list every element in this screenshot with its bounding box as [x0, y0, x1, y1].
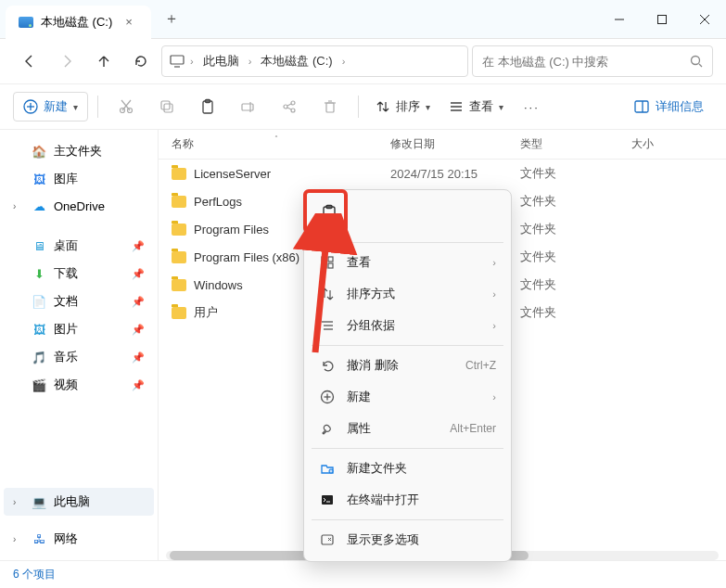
svg-rect-16: [164, 104, 172, 112]
more-button[interactable]: ···: [515, 95, 549, 120]
tab-active[interactable]: 本地磁盘 (C:) ×: [6, 6, 151, 39]
file-name: Windows: [194, 278, 243, 292]
document-icon: 📄: [32, 294, 46, 309]
menu-item-new[interactable]: 新建›: [310, 381, 505, 413]
folder-icon: [172, 307, 186, 319]
sidebar-item-music[interactable]: 🎵音乐📌: [4, 343, 154, 371]
chevron-right-icon: ›: [492, 320, 496, 331]
refresh-button[interactable]: [124, 45, 158, 78]
menu-item-properties[interactable]: 属性Alt+Enter: [310, 413, 505, 444]
sidebar-item-desktop[interactable]: 🖥桌面📌: [4, 232, 154, 260]
up-button[interactable]: [87, 45, 121, 78]
status-bar: 6 个项目: [0, 560, 726, 588]
menu-item-undo[interactable]: 撤消 删除Ctrl+Z: [310, 350, 505, 381]
gallery-icon: 🖼: [32, 172, 46, 186]
menu-label: 新建: [347, 389, 371, 405]
menu-label: 排序方式: [347, 286, 395, 302]
sidebar-item-label: 图库: [54, 171, 78, 187]
breadcrumb-item[interactable]: 本地磁盘 (C:): [257, 51, 336, 71]
context-menu: 查看› 排序方式› 分组依据› 撤消 删除Ctrl+Z 新建› 属性Alt+En…: [303, 189, 512, 562]
menu-label: 分组依据: [347, 317, 395, 334]
sidebar-item-label: 图片: [54, 321, 78, 338]
back-button[interactable]: [13, 45, 46, 78]
chevron-right-icon[interactable]: ›: [13, 534, 24, 544]
separator: [312, 345, 503, 346]
sidebar-item-documents[interactable]: 📄文档📌: [4, 288, 154, 315]
svg-rect-26: [326, 103, 334, 112]
sidebar-item-home[interactable]: 🏠主文件夹: [4, 137, 154, 165]
menu-label: 新建文件夹: [347, 460, 407, 477]
network-icon: 🖧: [32, 531, 46, 546]
sidebar-item-videos[interactable]: 🎬视频📌: [4, 371, 154, 399]
sidebar-item-network[interactable]: ›🖧网络: [4, 525, 154, 553]
file-type: 文件夹: [520, 193, 631, 210]
search-box[interactable]: [472, 45, 713, 77]
delete-button[interactable]: [312, 90, 349, 123]
svg-rect-1: [658, 15, 667, 23]
menu-item-terminal[interactable]: 在终端中打开: [310, 484, 505, 516]
folder-icon: [172, 168, 186, 180]
sidebar-item-label: 此电脑: [54, 493, 90, 510]
file-name: LicenseServer: [194, 167, 271, 181]
menu-item-view[interactable]: 查看›: [310, 247, 505, 278]
sidebar-item-label: 桌面: [54, 237, 78, 254]
home-icon: 🏠: [32, 144, 46, 159]
chevron-right-icon: ›: [342, 56, 346, 67]
monitor-icon: [170, 54, 185, 69]
minimize-button[interactable]: [598, 0, 641, 39]
paste-button[interactable]: [189, 90, 226, 123]
sidebar-item-downloads[interactable]: ⬇下载📌: [4, 260, 154, 288]
maximize-button[interactable]: [641, 0, 683, 39]
sidebar-item-label: 主文件夹: [54, 143, 102, 160]
svg-rect-15: [161, 101, 170, 109]
sidebar-item-thispc[interactable]: ›💻此电脑: [4, 488, 154, 516]
svg-rect-4: [171, 56, 184, 64]
forward-button[interactable]: [50, 45, 83, 78]
menu-item-new-folder[interactable]: 新建文件夹: [310, 453, 505, 484]
view-button[interactable]: 查看 ▾: [441, 93, 511, 121]
new-tab-button[interactable]: ＋: [151, 2, 192, 36]
column-modified[interactable]: 修改日期: [390, 136, 520, 152]
menu-item-sort[interactable]: 排序方式›: [310, 278, 505, 310]
cut-button[interactable]: [108, 90, 145, 123]
pin-icon: 📌: [132, 268, 145, 280]
sidebar-item-label: 文档: [54, 293, 78, 310]
share-button[interactable]: [271, 90, 308, 123]
more-options-icon: [319, 532, 336, 547]
chevron-right-icon: ›: [492, 257, 496, 268]
svg-rect-49: [322, 495, 333, 505]
rename-button[interactable]: [230, 90, 267, 123]
new-button[interactable]: 新建 ▾: [13, 92, 88, 121]
separator: [312, 242, 503, 243]
search-input[interactable]: [482, 55, 690, 69]
sidebar-item-onedrive[interactable]: ›☁OneDrive: [4, 193, 154, 219]
column-type[interactable]: 类型: [520, 136, 631, 152]
folder-icon: [172, 251, 186, 263]
svg-line-13: [122, 100, 131, 110]
annotation-highlight-box: [303, 189, 348, 234]
file-name: Program Files (x86): [194, 250, 299, 264]
menu-item-group[interactable]: 分组依据›: [310, 310, 505, 341]
breadcrumb[interactable]: › 此电脑 › 本地磁盘 (C:) ›: [161, 45, 468, 77]
details-label: 详细信息: [656, 98, 704, 115]
pin-icon: 📌: [132, 379, 145, 391]
folder-icon: [172, 279, 186, 291]
file-type: 文件夹: [520, 165, 631, 182]
column-name[interactable]: ˄名称: [159, 136, 390, 152]
table-row[interactable]: LicenseServer2024/7/15 20:15文件夹: [159, 160, 726, 187]
svg-rect-37: [328, 257, 333, 262]
tab-close-button[interactable]: ×: [120, 13, 138, 31]
close-button[interactable]: [683, 0, 726, 39]
sidebar-item-pictures[interactable]: 🖼图片📌: [4, 315, 154, 343]
copy-button[interactable]: [148, 90, 185, 123]
pc-icon: 💻: [32, 494, 46, 509]
sort-button[interactable]: 排序 ▾: [368, 93, 438, 121]
sidebar-item-gallery[interactable]: 🖼图库: [4, 165, 154, 193]
wrench-icon: [319, 421, 336, 436]
details-button[interactable]: 详细信息: [624, 93, 713, 121]
column-size[interactable]: 大小: [631, 136, 706, 152]
chevron-right-icon[interactable]: ›: [13, 497, 24, 507]
menu-item-show-more[interactable]: 显示更多选项: [310, 524, 505, 556]
chevron-right-icon[interactable]: ›: [13, 201, 24, 211]
breadcrumb-item[interactable]: 此电脑: [199, 51, 243, 71]
